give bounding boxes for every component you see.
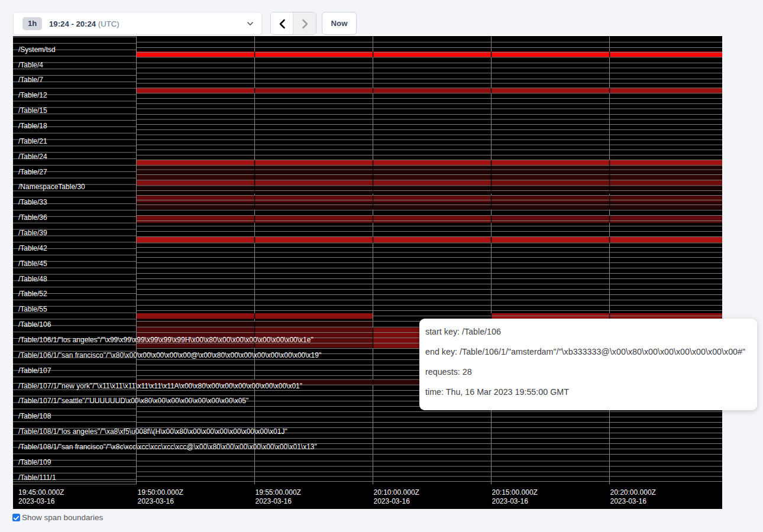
svg-text:/Table/36: /Table/36 (18, 213, 47, 222)
svg-text:/Table/18: /Table/18 (18, 122, 47, 130)
svg-text:/Table/33: /Table/33 (18, 198, 47, 206)
svg-text:/Table/108: /Table/108 (18, 412, 51, 420)
svg-text:2023-03-16: 2023-03-16 (374, 497, 410, 505)
svg-text:20:15:00.000Z: 20:15:00.000Z (492, 488, 538, 497)
svg-text:/Table/15: /Table/15 (18, 106, 47, 115)
svg-text:/Table/109: /Table/109 (18, 458, 51, 466)
svg-text:/Table/106/1/"los angeles"/"\x: /Table/106/1/"los angeles"/"\x99\x99\x99… (18, 336, 313, 344)
svg-text:20:10:00.000Z: 20:10:00.000Z (374, 488, 419, 497)
svg-text:19:50:00.000Z: 19:50:00.000Z (138, 488, 183, 497)
svg-text:/Table/107/1/"seattle"/"UUUUUU: /Table/107/1/"seattle"/"UUUUUUD\x00\x80\… (18, 397, 248, 405)
svg-text:/Table/55: /Table/55 (18, 305, 47, 313)
svg-text:/Table/7: /Table/7 (18, 76, 43, 84)
svg-text:2023-03-16: 2023-03-16 (18, 497, 55, 505)
svg-text:/Table/12: /Table/12 (18, 91, 47, 99)
svg-text:2023-03-16: 2023-03-16 (256, 497, 292, 505)
svg-text:/Table/107/1/"new york"/"\x11\: /Table/107/1/"new york"/"\x11\x11\x11\x1… (18, 381, 302, 390)
svg-text:/Table/106/1/"san francisco"/": /Table/106/1/"san francisco"/"\x80\x00\x… (18, 351, 321, 359)
svg-text:/Table/42: /Table/42 (18, 244, 47, 252)
svg-text:/Table/39: /Table/39 (18, 229, 47, 237)
svg-text:/System/tsd: /System/tsd (18, 45, 56, 53)
svg-text:2023-03-16: 2023-03-16 (610, 497, 647, 505)
svg-text:/Table/27: /Table/27 (18, 167, 47, 176)
svg-text:19:45:00.000Z: 19:45:00.000Z (18, 488, 64, 497)
svg-text:/NamespaceTable/30: /NamespaceTable/30 (18, 183, 85, 191)
svg-text:/Table/4: /Table/4 (18, 60, 43, 69)
svg-text:/Table/52: /Table/52 (18, 290, 47, 298)
svg-text:/Table/21: /Table/21 (18, 137, 47, 145)
svg-text:20:20:00.000Z: 20:20:00.000Z (610, 488, 656, 497)
svg-text:/Table/111/1: /Table/111/1 (18, 473, 56, 481)
svg-text:/Table/108/1/"san francisco"/": /Table/108/1/"san francisco"/"\x8c\xcc\x… (18, 443, 317, 451)
svg-text:/Table/108/1/"los angeles"/"\x: /Table/108/1/"los angeles"/"\xa8\xf5\u00… (18, 427, 287, 436)
svg-text:/Table/106: /Table/106 (18, 320, 51, 329)
svg-text:/Table/24: /Table/24 (18, 152, 47, 160)
svg-text:/Table/45: /Table/45 (18, 259, 47, 267)
svg-text:/Table/107: /Table/107 (18, 366, 51, 374)
svg-text:2023-03-16: 2023-03-16 (138, 497, 174, 505)
svg-text:2023-03-16: 2023-03-16 (492, 497, 529, 505)
svg-text:/Table/48: /Table/48 (18, 274, 47, 283)
svg-text:19:55:00.000Z: 19:55:00.000Z (256, 488, 301, 497)
